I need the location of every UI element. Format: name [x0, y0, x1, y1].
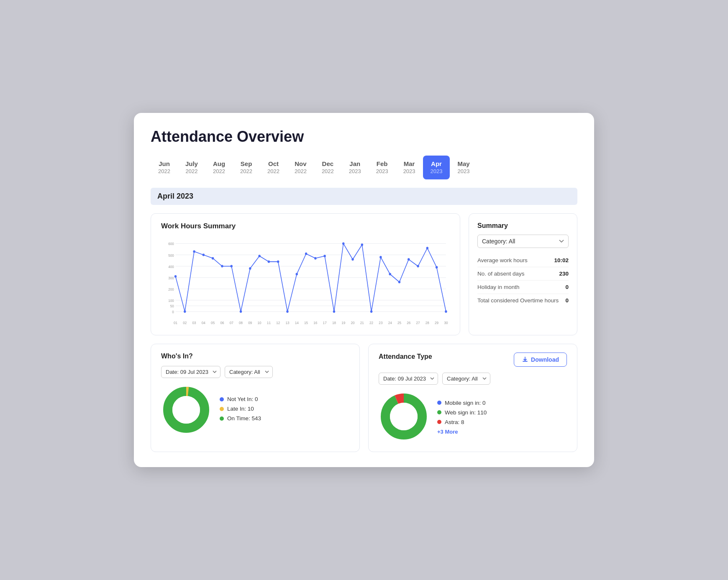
legend-dot	[437, 401, 441, 405]
summary-row-value: 10:02	[554, 257, 569, 263]
svg-text:13: 13	[285, 320, 289, 324]
summary-category-select[interactable]: Category: All	[477, 235, 569, 248]
summary-row-label: Total considered Overtime hours	[477, 297, 562, 304]
attendance-type-filters: Date: 09 Jul 2023 Category: All	[379, 373, 567, 385]
month-tab-year: 2023	[349, 168, 361, 175]
legend-item: Astra: 8	[437, 419, 487, 425]
month-tab-may2023[interactable]: May2023	[450, 156, 477, 179]
svg-text:24: 24	[388, 320, 392, 324]
legend-label: Late In: 10	[227, 406, 254, 412]
svg-text:09: 09	[248, 320, 252, 324]
svg-point-60	[305, 252, 307, 255]
legend-item: Mobile sign in: 0	[437, 400, 487, 406]
attendance-type-header: Attendance Type Download	[379, 353, 567, 367]
page-title: Attendance Overview	[151, 128, 577, 146]
legend-label: Astra: 8	[445, 419, 464, 425]
svg-point-72	[417, 265, 419, 267]
main-card: Attendance Overview Jun2022July2022Aug20…	[134, 113, 594, 467]
svg-point-51	[221, 265, 223, 267]
month-tab-name: Oct	[268, 160, 279, 168]
svg-point-48	[193, 250, 195, 253]
svg-point-68	[379, 256, 382, 258]
svg-text:17: 17	[323, 320, 327, 324]
attendance-category-filter[interactable]: Category: All	[442, 373, 490, 385]
svg-text:23: 23	[379, 320, 382, 324]
svg-point-56	[268, 260, 270, 263]
svg-text:28: 28	[426, 320, 429, 324]
attendance-type-legend: Mobile sign in: 0Web sign in: 110Astra: …	[437, 400, 487, 425]
svg-point-84	[390, 403, 418, 430]
month-tab-oct2022[interactable]: Oct2022	[260, 156, 287, 179]
summary-row-value: 0	[565, 284, 569, 290]
bottom-grid: Who's In? Date: 09 Jul 2023 Category: Al…	[151, 344, 577, 452]
legend-dot	[220, 407, 224, 411]
svg-point-59	[296, 273, 298, 275]
month-tab-name: Jun	[159, 160, 170, 168]
month-tab-nov2022[interactable]: Nov2022	[287, 156, 314, 179]
month-tabs: Jun2022July2022Aug2022Sep2022Oct2022Nov2…	[151, 156, 577, 179]
svg-text:25: 25	[397, 320, 401, 324]
svg-point-49	[203, 253, 205, 256]
attendance-type-legend-wrap: Mobile sign in: 0Web sign in: 110Astra: …	[437, 400, 487, 435]
month-tab-dec2022[interactable]: Dec2022	[314, 156, 341, 179]
svg-point-55	[258, 255, 260, 257]
svg-point-74	[436, 266, 438, 268]
summary-row-label: No. of absent days	[477, 271, 556, 277]
legend-item: Not Yet In: 0	[220, 396, 261, 402]
legend-dot	[437, 410, 441, 414]
svg-text:01: 01	[174, 320, 177, 324]
whos-in-date-filter[interactable]: Date: 09 Jul 2023	[161, 366, 220, 378]
svg-point-54	[249, 267, 251, 270]
month-tab-year: 2023	[403, 168, 415, 175]
month-tab-year: 2022	[158, 168, 170, 175]
legend-item: On Time: 543	[220, 415, 261, 422]
svg-text:07: 07	[230, 320, 233, 324]
svg-text:400: 400	[168, 264, 174, 268]
legend-item: Web sign in: 110	[437, 409, 487, 416]
month-tab-aug2022[interactable]: Aug2022	[205, 156, 233, 179]
svg-text:02: 02	[183, 320, 187, 324]
svg-point-58	[286, 310, 288, 313]
svg-point-64	[342, 242, 344, 245]
month-tab-feb2023[interactable]: Feb2023	[369, 156, 396, 179]
svg-text:26: 26	[407, 320, 410, 324]
attendance-date-filter[interactable]: Date: 09 Jul 2023	[379, 373, 438, 385]
month-tab-jan2023[interactable]: Jan2023	[341, 156, 369, 179]
chart-area: 0501002003004005006000102030405060708091…	[161, 235, 450, 327]
more-link[interactable]: +3 More	[437, 429, 487, 435]
month-tab-apr2023[interactable]: Apr2023	[423, 156, 450, 179]
svg-point-79	[172, 396, 200, 424]
svg-point-67	[370, 310, 372, 313]
download-button[interactable]: Download	[514, 353, 567, 367]
svg-text:29: 29	[435, 320, 438, 324]
svg-point-66	[361, 243, 363, 246]
svg-text:300: 300	[168, 276, 174, 280]
month-tab-jun2022[interactable]: Jun2022	[151, 156, 178, 179]
svg-text:16: 16	[313, 320, 317, 324]
svg-point-71	[408, 258, 410, 261]
month-tab-year: 2023	[431, 168, 443, 175]
month-tab-year: 2022	[267, 168, 279, 175]
svg-point-62	[323, 255, 326, 257]
svg-text:200: 200	[168, 287, 174, 291]
svg-text:600: 600	[168, 242, 174, 246]
whos-in-category-filter[interactable]: Category: All	[225, 366, 273, 378]
svg-text:06: 06	[220, 320, 224, 324]
summary-rows: Average work hours10:02No. of absent day…	[477, 254, 569, 307]
summary-row: Total considered Overtime hours0	[477, 294, 569, 307]
svg-text:12: 12	[276, 320, 280, 324]
chart-title: Work Hours Summary	[161, 222, 450, 230]
legend-dot	[220, 397, 224, 401]
svg-text:05: 05	[211, 320, 215, 324]
svg-text:22: 22	[369, 320, 373, 324]
summary-row-label: Average work hours	[477, 257, 551, 263]
chart-card: Work Hours Summary 050100200300400500600…	[151, 213, 460, 335]
svg-text:08: 08	[239, 320, 243, 324]
svg-text:04: 04	[202, 320, 205, 324]
month-tab-mar2023[interactable]: Mar2023	[396, 156, 423, 179]
month-tab-jul2022[interactable]: July2022	[178, 156, 205, 179]
whos-in-filters: Date: 09 Jul 2023 Category: All	[161, 366, 349, 378]
month-tab-sep2022[interactable]: Sep2022	[233, 156, 260, 179]
svg-text:15: 15	[304, 320, 308, 324]
whos-in-legend: Not Yet In: 0Late In: 10On Time: 543	[220, 396, 261, 425]
